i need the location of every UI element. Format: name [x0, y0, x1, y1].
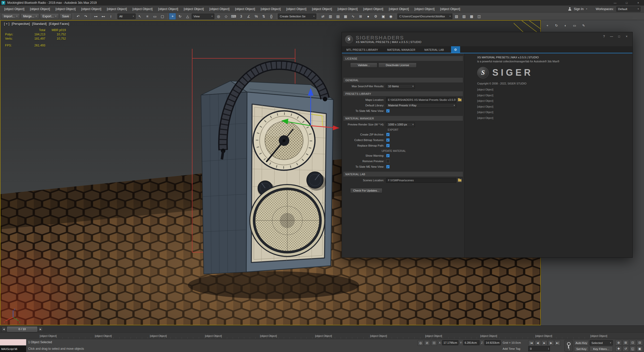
x-coordinate-field[interactable]: 17.1795cm — [442, 340, 458, 345]
sign-in-caret-icon[interactable]: ▾ — [586, 8, 587, 10]
menu-item[interactable]: [object Object] — [181, 6, 207, 13]
utilities-tab-icon[interactable]: ✎ — [581, 23, 586, 28]
menu-item[interactable]: [object Object] — [335, 6, 360, 13]
z-coordinate-field[interactable]: 14.9233cm — [485, 340, 501, 345]
maxscript-mini-listener[interactable] — [0, 339, 26, 345]
schematic-view-icon[interactable]: ⊞ — [357, 13, 364, 20]
material-editor-icon[interactable]: ● — [365, 13, 372, 20]
scenes-browse-button[interactable] — [457, 178, 462, 183]
percent-snap-icon[interactable]: % — [253, 13, 260, 20]
named-selection-dropdown[interactable]: Create Selection Se▾ — [278, 14, 316, 19]
go-to-end-icon[interactable]: ▶| — [554, 340, 560, 346]
select-and-scale-icon[interactable]: △ — [184, 13, 191, 20]
max-results-dropdown[interactable]: 10 Items▾ — [386, 84, 415, 89]
time-slider-handle[interactable]: 0 / 10 — [7, 327, 37, 332]
zoom-all-icon[interactable]: ⊞ — [622, 340, 629, 345]
create-tab-icon[interactable]: + — [545, 23, 550, 28]
undo-icon[interactable]: ↶ — [75, 13, 82, 20]
workspaces-dropdown[interactable]: Default▾ — [616, 7, 640, 12]
menu-item[interactable]: [object Object] — [360, 6, 386, 13]
angle-snap-icon[interactable]: ∠ — [245, 13, 252, 20]
maximize-window-button[interactable]: □ — [621, 0, 632, 6]
render-production-icon[interactable]: ◉ — [387, 13, 394, 20]
selection-filter-dropdown[interactable]: All▾ — [117, 14, 136, 19]
align-icon[interactable]: ▥ — [327, 13, 334, 20]
unlink-selection-icon[interactable]: ⊷ — [100, 13, 107, 20]
key-mode-dropdown[interactable]: Selected▾ — [590, 340, 613, 345]
ribbon-icon[interactable]: ▦ — [342, 13, 349, 20]
current-frame-spinner[interactable]: 0 ▴▾ — [528, 346, 550, 351]
dialog-titlebar[interactable]: S SIGERSHADERS XS MATERIAL PRESETS | MAX… — [342, 32, 632, 46]
modify-tab-icon[interactable]: ↻ — [554, 23, 559, 28]
add-time-tag[interactable]: Add Time Tag — [503, 347, 520, 350]
menu-item[interactable]: [object Object] — [309, 6, 335, 13]
menu-item[interactable]: [object Object] — [130, 6, 155, 13]
viewport-layout-icon[interactable]: ▣ — [636, 346, 643, 351]
zip-archive-checkbox[interactable]: ✓ — [386, 133, 390, 136]
menu-item[interactable]: [object Object] — [2, 6, 27, 13]
menu-item[interactable]: [object Object] — [412, 6, 437, 13]
hierarchy-tab-icon[interactable]: ◐ — [563, 23, 568, 28]
viewport-general-menu[interactable]: [ + ] — [4, 22, 9, 26]
sign-in-button[interactable]: Sign In — [574, 7, 584, 11]
redo-icon[interactable]: ↷ — [82, 13, 89, 20]
frame-tick[interactable]: [object Object] — [95, 334, 112, 337]
orbit-icon[interactable]: ↺ — [622, 346, 629, 351]
tab-settings-gear-icon[interactable]: ⚙ — [451, 46, 460, 53]
zoom-extents-icon[interactable]: ⊡ — [629, 340, 636, 345]
next-frame-icon[interactable]: |▶ — [548, 340, 554, 346]
dialog-maximize-button[interactable]: □ — [615, 32, 623, 41]
frame-tick[interactable]: [object Object] — [315, 334, 332, 337]
workspace-switch-icon[interactable]: ▨ — [461, 13, 467, 20]
time-slider[interactable]: ◀ 0 / 10 ▶ — [0, 325, 644, 332]
collect-bitmaps-checkbox[interactable]: ✓ — [386, 138, 390, 142]
frame-tick[interactable]: [object Object] — [40, 334, 57, 337]
menu-item[interactable]: [object Object] — [437, 6, 463, 13]
frame-tick[interactable]: [object Object] — [260, 334, 277, 337]
frame-tick[interactable]: [object Object] — [535, 334, 552, 337]
dialog-minimize-button[interactable]: — — [608, 32, 615, 41]
set-keys-button[interactable] — [565, 340, 573, 351]
menu-item[interactable]: [object Object] — [232, 6, 258, 13]
asset-tracking-icon[interactable]: ▧ — [453, 13, 460, 20]
save-button[interactable]: Save — [60, 13, 71, 19]
menu-item[interactable]: [object Object] — [386, 6, 412, 13]
deactivate-license-button[interactable]: Deactivate License — [378, 63, 417, 68]
viewport-shading-menu[interactable]: [Edged Faces] — [49, 22, 69, 26]
layer-manager-icon[interactable]: ▤ — [335, 13, 341, 20]
maxscript-listener-label[interactable]: MAXScript Mi — [0, 346, 26, 352]
next-frame-arrow[interactable]: ▶ — [38, 327, 43, 332]
select-and-rotate-icon[interactable]: ↻ — [177, 13, 183, 20]
spinner-snap-icon[interactable]: ⇅ — [260, 13, 267, 20]
radio-model[interactable] — [201, 65, 333, 274]
motion-tab-icon[interactable]: ▭ — [572, 23, 577, 28]
menu-item[interactable]: [object Object] — [104, 6, 130, 13]
key-filters-button[interactable]: Key Filters... — [590, 346, 613, 351]
frame-tick[interactable]: [object Object] — [370, 334, 387, 337]
select-object-icon[interactable]: ↖ — [136, 13, 143, 20]
dialog-help-button[interactable]: ? — [600, 32, 608, 41]
render-setup-icon[interactable]: ⚙ — [372, 13, 379, 20]
maps-browse-button[interactable] — [457, 98, 462, 102]
layout-icon[interactable]: ▩ — [468, 13, 475, 20]
keyboard-override-icon[interactable]: ⌨ — [230, 13, 237, 20]
frame-tick[interactable]: [object Object] — [425, 334, 442, 337]
select-and-link-icon[interactable]: ⊶ — [92, 13, 99, 20]
rectangular-selection-icon[interactable]: ▭ — [151, 13, 158, 20]
frame-tick[interactable]: [object Object] — [590, 334, 607, 337]
remove-preview-checkbox[interactable] — [386, 159, 390, 163]
frame-tick[interactable]: [object Object] — [205, 334, 222, 337]
isolate-selection-icon[interactable]: ◎ — [418, 340, 423, 346]
menu-item[interactable]: [object Object] — [53, 6, 78, 13]
import-button[interactable]: Import...▾ — [1, 13, 20, 19]
track-bar[interactable]: [object Object][object Object][object Ob… — [0, 332, 644, 339]
dialog-tab[interactable]: MATERIAL MANAGER — [387, 48, 415, 51]
previous-frame-arrow[interactable]: ◀ — [2, 327, 6, 332]
bind-to-space-warp-icon[interactable]: ≀ — [107, 13, 114, 20]
pan-icon[interactable]: ✚ — [615, 346, 622, 351]
show-warning-checkbox[interactable]: ✓ — [386, 154, 390, 157]
go-to-start-icon[interactable]: |◀ — [528, 340, 534, 346]
maps-location-field[interactable]: E:\SIGERSHADERS XS Material Presets Stud… — [386, 98, 456, 102]
mirror-icon[interactable]: ⇄ — [319, 13, 326, 20]
dialog-tab[interactable]: MATERIAL LAB — [424, 48, 444, 51]
